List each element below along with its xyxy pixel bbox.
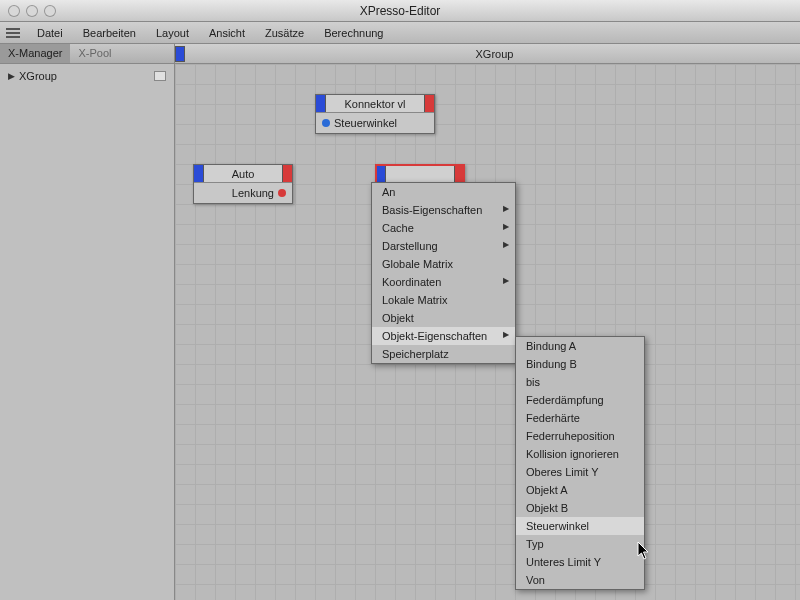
ctx-sub-item[interactable]: Typ (516, 535, 644, 553)
window-titlebar: XPresso-Editor (0, 0, 800, 22)
menu-zusätze[interactable]: Zusätze (256, 24, 313, 42)
sidebar: X-Manager X-Pool ▶ XGroup (0, 44, 175, 600)
ctx-sub-item[interactable]: Bindung A (516, 337, 644, 355)
canvas-header: XGroup (175, 44, 800, 64)
window-title: XPresso-Editor (0, 4, 800, 18)
tab-x-manager[interactable]: X-Manager (0, 44, 70, 63)
ctx-item[interactable]: An (372, 183, 515, 201)
ctx-item[interactable]: Cache (372, 219, 515, 237)
ctx-sub-item[interactable]: Federdämpfung (516, 391, 644, 409)
sidebar-tabs: X-Manager X-Pool (0, 44, 174, 64)
tab-x-pool[interactable]: X-Pool (70, 44, 119, 63)
ctx-item[interactable]: Basis-Eigenschaften (372, 201, 515, 219)
menu-bar: DateiBearbeitenLayoutAnsichtZusätzeBerec… (0, 22, 800, 44)
canvas-title: XGroup (189, 48, 800, 60)
ctx-item[interactable]: Globale Matrix (372, 255, 515, 273)
ctx-item[interactable]: Koordinaten (372, 273, 515, 291)
ctx-sub-item[interactable]: bis (516, 373, 644, 391)
canvas-chip-icon (175, 46, 185, 62)
ctx-sub-item[interactable]: Federhärte (516, 409, 644, 427)
port-in-icon[interactable] (322, 119, 330, 127)
ctx-sub-item[interactable]: Bindung B (516, 355, 644, 373)
ctx-sub-item[interactable]: Federruheposition (516, 427, 644, 445)
ctx-item[interactable]: Objekt-Eigenschaften (372, 327, 515, 345)
ctx-sub-item[interactable]: Unteres Limit Y (516, 553, 644, 571)
ctx-item[interactable]: Darstellung (372, 237, 515, 255)
ctx-item[interactable]: Objekt (372, 309, 515, 327)
context-menu: AnBasis-EigenschaftenCacheDarstellungGlo… (371, 182, 516, 364)
node-konnektor[interactable]: Konnektor vl Steuerwinkel (315, 94, 435, 134)
context-submenu: Bindung ABindung BbisFederdämpfungFederh… (515, 336, 645, 590)
disclosure-triangle-icon[interactable]: ▶ (8, 71, 15, 81)
port-label: Lenkung (200, 187, 274, 199)
node-title: Auto (204, 168, 282, 180)
ctx-sub-item[interactable]: Objekt A (516, 481, 644, 499)
port-label: Steuerwinkel (334, 117, 428, 129)
node-title: Konnektor vl (326, 98, 424, 110)
ctx-sub-item[interactable]: Kollision ignorieren (516, 445, 644, 463)
menu-layout[interactable]: Layout (147, 24, 198, 42)
node-auto[interactable]: Auto Lenkung (193, 164, 293, 204)
menu-ansicht[interactable]: Ansicht (200, 24, 254, 42)
menu-datei[interactable]: Datei (28, 24, 72, 42)
hamburger-icon[interactable] (6, 28, 20, 38)
node-output-bar[interactable] (424, 95, 434, 112)
menu-bearbeiten[interactable]: Bearbeiten (74, 24, 145, 42)
tree-label: XGroup (19, 70, 57, 82)
ctx-item[interactable]: Speicherplatz (372, 345, 515, 363)
node-input-bar[interactable] (194, 165, 204, 182)
tree-item-icon (154, 71, 166, 81)
ctx-item[interactable]: Lokale Matrix (372, 291, 515, 309)
ctx-sub-item[interactable]: Oberes Limit Y (516, 463, 644, 481)
node-graph-grid[interactable]: Konnektor vl Steuerwinkel Auto Lenkung (175, 64, 800, 600)
ctx-sub-item[interactable]: Objekt B (516, 499, 644, 517)
ctx-sub-item[interactable]: Steuerwinkel (516, 517, 644, 535)
menu-berechnung[interactable]: Berechnung (315, 24, 392, 42)
node-output-bar[interactable] (282, 165, 292, 182)
tree-row-xgroup[interactable]: ▶ XGroup (8, 70, 166, 82)
ctx-sub-item[interactable]: Von (516, 571, 644, 589)
canvas-area: XGroup Konnektor vl Steuerwinkel Auto (175, 44, 800, 600)
node-input-bar[interactable] (316, 95, 326, 112)
port-out-icon[interactable] (278, 189, 286, 197)
